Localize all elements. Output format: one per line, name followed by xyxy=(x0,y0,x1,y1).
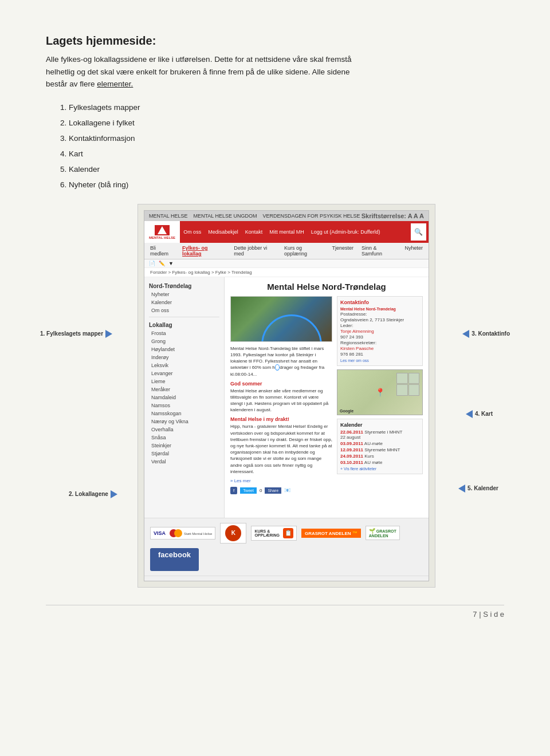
calendar-more-link[interactable]: + Vis flere aktiviteter xyxy=(340,467,419,471)
social-buttons: f Tweet 0 Share 📧 xyxy=(230,487,332,494)
page-heading: Lagets hjemmeside: xyxy=(46,34,504,48)
cal-item-1: 22.06.2011 Styremøte i MHNT 22 august xyxy=(340,430,419,440)
copyright-text xyxy=(144,576,429,581)
sidebar-om-oss[interactable]: Om oss xyxy=(144,306,224,314)
list-item-5: Kalender xyxy=(69,162,504,177)
sidebar-hoylandet[interactable]: Høylandet xyxy=(144,345,224,353)
nav-tjenester[interactable]: Tjenester xyxy=(332,245,353,257)
sidebar-inderoy[interactable]: Inderøy xyxy=(144,353,224,361)
annotation-left-2: 2. Lokallagene xyxy=(69,490,117,498)
nav-kurs[interactable]: Kurs og opplæring xyxy=(284,245,324,257)
tweet-count: 0 xyxy=(260,488,262,493)
facebook-logo[interactable]: facebook xyxy=(150,548,199,571)
toolbar: 📄 ✏️ ▼ xyxy=(144,259,429,268)
contact-box: Kontaktinfo Mental Helse Nord-Trøndelag … xyxy=(337,296,423,366)
sidebar-nyheter[interactable]: Nyheter xyxy=(144,290,224,298)
list-item-3: Kontaktinformasjon xyxy=(69,131,504,146)
sidebar-verdal[interactable]: Verdal xyxy=(144,458,224,466)
article-page-title: Mental Helse Nord-Trøndelag xyxy=(230,282,423,292)
toolbar-icon-3[interactable]: ▼ xyxy=(168,261,174,266)
site-logo: MENTAL HELSE xyxy=(144,221,180,243)
sidebar-overhalla[interactable]: Overhalla xyxy=(144,426,224,434)
nav-nyheter[interactable]: Nyheter xyxy=(404,245,423,257)
topbar-links: MENTAL HELSE MENTAL HELSE UNGDOM VERDENS… xyxy=(149,213,360,219)
header-nav-4[interactable]: Mitt mental MH xyxy=(269,229,304,235)
cal-item-2: 03.09.2011 AU-møte xyxy=(340,441,419,446)
search-box[interactable]: 🔍 xyxy=(411,223,426,241)
topbar-link-2[interactable]: MENTAL HELSE UNGDOM xyxy=(194,213,257,219)
sidebar-namsskogan[interactable]: Namsskogan xyxy=(144,410,224,418)
contact-subtitle: Mental Helse Nord-Trøndelag xyxy=(340,307,419,311)
grasrot-logo: 🌱 GRASROTANDELEN xyxy=(366,526,400,540)
article-text-2: Hipp, hurra - gratulerer Mental Helse! E… xyxy=(230,423,332,475)
map-box[interactable]: Google 📍 xyxy=(337,369,423,415)
header-nav-2[interactable]: Medisabekjel xyxy=(208,229,238,235)
numbered-list: Fylkeslagets mapper Lokallagene i fylket… xyxy=(69,100,504,192)
cal-item-3: 12.09.2011 Styremøte MHNT xyxy=(340,447,419,452)
tweet-button[interactable]: Tweet xyxy=(240,487,257,494)
font-size-control[interactable]: Skriftstørrelse: A A A xyxy=(362,212,424,219)
header-nav-1[interactable]: Om oss xyxy=(183,229,201,235)
breadcrumb: Forsider > Fylkes- og lokallag > Fylke >… xyxy=(144,268,429,277)
sidebar-levanger[interactable]: Levanger xyxy=(144,369,224,377)
sinnsamlum-logo: GRASROT ANDELEN ™ xyxy=(301,529,361,538)
share-button[interactable]: Share xyxy=(265,487,281,494)
content-grid: Mental Helse Nord-Trøndelag ble stiftet … xyxy=(230,296,423,494)
website-header: MENTAL HELSE Om oss Medisabekjel Kontakt… xyxy=(144,221,429,243)
contact-more-link[interactable]: Les mer om oss xyxy=(340,359,419,363)
nav-fylkes[interactable]: Fylkes- og lokallag xyxy=(182,245,226,257)
sidebar-lieme[interactable]: Lieme xyxy=(144,377,224,385)
sidebar-grong[interactable]: Grong xyxy=(144,337,224,345)
main-area: Mental Helse Nord-Trøndelag Mental Helse… xyxy=(225,277,429,518)
visa-mastercard-logo: VISA Støtt Mental Helse xyxy=(150,527,215,540)
annotation-right-1: 3. Kontaktinfo xyxy=(462,330,510,338)
nav-sinn[interactable]: Sinn & Samfunn xyxy=(362,245,396,257)
share-icon: 📧 xyxy=(284,487,290,493)
header-nav: Om oss Medisabekjel Kontakt Mitt mental … xyxy=(180,221,383,243)
mastercard-logo xyxy=(170,529,182,537)
contact-secretary-label: Regionssekretær: xyxy=(340,340,419,345)
sidebar-snasa[interactable]: Snåsa xyxy=(144,434,224,442)
annotation-right-2: 4. Kart xyxy=(466,410,493,418)
header-nav-5[interactable]: Logg ut (Admin-bruk: Dufferld) xyxy=(311,229,380,235)
website-inner: MENTAL HELSE MENTAL HELSE UNGDOM VERDENS… xyxy=(144,210,429,581)
sidebar: Nord-Trøndelag Nyheter Kalender Om oss L… xyxy=(144,277,225,518)
toolbar-icon-1[interactable]: 📄 xyxy=(149,261,155,266)
google-maps-label: Google xyxy=(340,409,353,413)
kurs-opplaering-logo: KURS & OPPLÆRING 📋 xyxy=(251,526,297,541)
list-item-1: Fylkeslagets mapper xyxy=(69,100,504,115)
nav-jobber[interactable]: Dette jobber vi med xyxy=(234,245,276,257)
sidebar-kalender[interactable]: Kalender xyxy=(144,298,224,306)
contact-title: Kontaktinfo xyxy=(340,300,419,305)
list-item-6: Nyheter (blå ring) xyxy=(69,177,504,192)
topbar-link-1[interactable]: MENTAL HELSE xyxy=(149,213,188,219)
cal-item-4: 24.09.2011 Kurs xyxy=(340,454,419,459)
annotation-left-1: 1. Fylkeslagets mapper xyxy=(40,330,112,338)
sidebar-naeroy[interactable]: Nærøy og Vikna xyxy=(144,418,224,426)
sidebar-meraker[interactable]: Meråker xyxy=(144,385,224,393)
stott-label: Støtt Mental Helse xyxy=(184,532,212,536)
article-title-1: God sommer xyxy=(230,381,332,387)
topbar-link-3[interactable]: VERDENSDAGEN FOR PSYKISK HELSE xyxy=(263,213,360,219)
sidebar-stjordal[interactable]: Stjørdal xyxy=(144,450,224,458)
list-item-2: Lokallagene i fylket xyxy=(69,115,504,131)
article-text-1: Mental Helse ønsker alle våre medlemmer … xyxy=(230,388,332,414)
sidebar-leksvik[interactable]: Leksvik xyxy=(144,361,224,369)
toolbar-icon-2[interactable]: ✏️ xyxy=(159,261,165,266)
header-nav-3[interactable]: Kontakt xyxy=(245,229,263,235)
calendar-title: Kalender xyxy=(340,422,419,428)
website-screenshot: MENTAL HELSE MENTAL HELSE UNGDOM VERDENS… xyxy=(138,204,435,588)
sidebar-namsos[interactable]: Namsos xyxy=(144,401,224,410)
read-more-link[interactable]: » Les mer xyxy=(230,478,332,483)
center-column: Mental Helse Nord-Trøndelag ble stiftet … xyxy=(230,296,332,494)
sidebar-steinkjer[interactable]: Steinkjer xyxy=(144,442,224,450)
sidebar-frosta[interactable]: Frosta xyxy=(144,329,224,337)
facebook-like-icon[interactable]: f xyxy=(230,487,237,494)
nav-bli-medlem[interactable]: Bli medlem xyxy=(150,245,174,257)
elementer-link[interactable]: elementer. xyxy=(97,80,133,88)
calendar-box: Kalender 22.06.2011 Styremøte i MHNT 22 … xyxy=(337,419,423,474)
sidebar-namdaleid[interactable]: Namdaleid xyxy=(144,393,224,401)
contact-leader: Tonje Almenning xyxy=(340,329,419,334)
contact-secretary: Kirsten Paasche xyxy=(340,346,419,351)
main-content: Nord-Trøndelag Nyheter Kalender Om oss L… xyxy=(144,277,429,518)
